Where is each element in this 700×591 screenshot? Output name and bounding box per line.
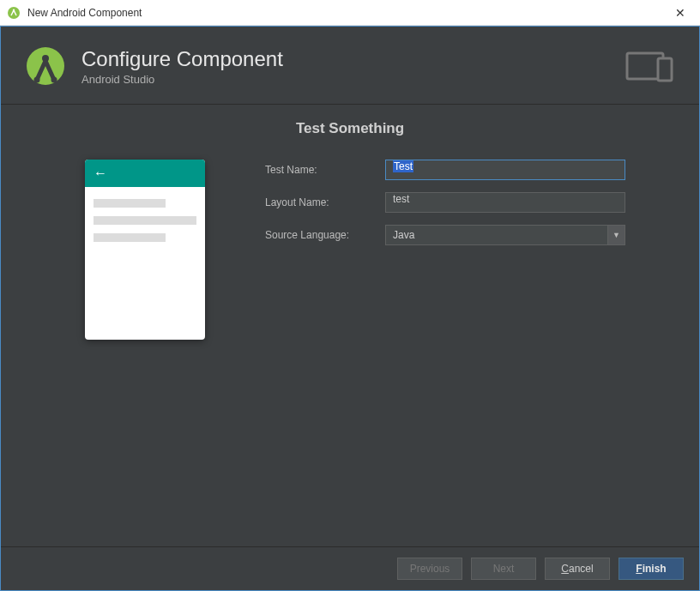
android-studio-icon xyxy=(7,6,21,20)
cancel-button[interactable]: Cancel xyxy=(545,558,610,580)
close-button[interactable]: ✕ xyxy=(667,4,693,21)
mock-line xyxy=(94,233,166,242)
field-row-test-name: Test Name: Test xyxy=(265,160,673,180)
mock-line xyxy=(94,199,166,208)
window-title: New Android Component xyxy=(27,7,667,19)
source-language-label: Source Language: xyxy=(265,229,385,241)
dialog-window: New Android Component ✕ Configure Compon… xyxy=(0,0,700,591)
svg-rect-7 xyxy=(658,58,672,81)
svg-point-5 xyxy=(51,77,57,83)
layout-name-input[interactable]: test xyxy=(385,192,625,213)
page-subtitle: Android Studio xyxy=(81,73,625,86)
dropdown-icon: ▼ xyxy=(607,226,625,244)
field-row-source-language: Source Language: Java ▼ xyxy=(265,225,673,245)
finish-button[interactable]: Finish xyxy=(619,558,684,580)
source-language-value: Java xyxy=(393,229,607,241)
form-area: ← Test Name: Test xyxy=(27,160,673,340)
section-title: Test Something xyxy=(296,120,404,137)
mock-appbar: ← xyxy=(85,160,205,187)
next-button[interactable]: Next xyxy=(471,558,536,580)
body: Test Something ← xyxy=(1,105,699,546)
mock-body xyxy=(85,187,205,262)
test-name-label: Test Name: xyxy=(265,164,385,176)
titlebar: New Android Component ✕ xyxy=(0,0,700,26)
test-name-input[interactable]: Test xyxy=(385,160,625,180)
header-titles: Configure Component Android Studio xyxy=(81,47,625,86)
back-arrow-icon: ← xyxy=(94,166,107,181)
mock-device: ← xyxy=(85,160,205,340)
source-language-select[interactable]: Java ▼ xyxy=(385,225,625,245)
device-icon xyxy=(625,50,675,82)
svg-point-0 xyxy=(8,7,20,19)
header: Configure Component Android Studio xyxy=(1,27,699,105)
mock-line xyxy=(94,216,196,225)
android-studio-logo-icon xyxy=(25,45,66,87)
page-title: Configure Component xyxy=(81,47,625,71)
svg-point-1 xyxy=(13,9,15,10)
fields: Test Name: Test Layout Name: test Source… xyxy=(265,160,673,340)
preview-pane: ← xyxy=(85,160,205,340)
previous-button[interactable]: Previous xyxy=(397,558,462,580)
svg-point-4 xyxy=(34,77,40,83)
footer: Previous Next Cancel Finish xyxy=(1,546,699,590)
layout-name-label: Layout Name: xyxy=(265,196,385,208)
field-row-layout-name: Layout Name: test xyxy=(265,192,673,213)
content-pane: Configure Component Android Studio Test … xyxy=(0,26,700,591)
